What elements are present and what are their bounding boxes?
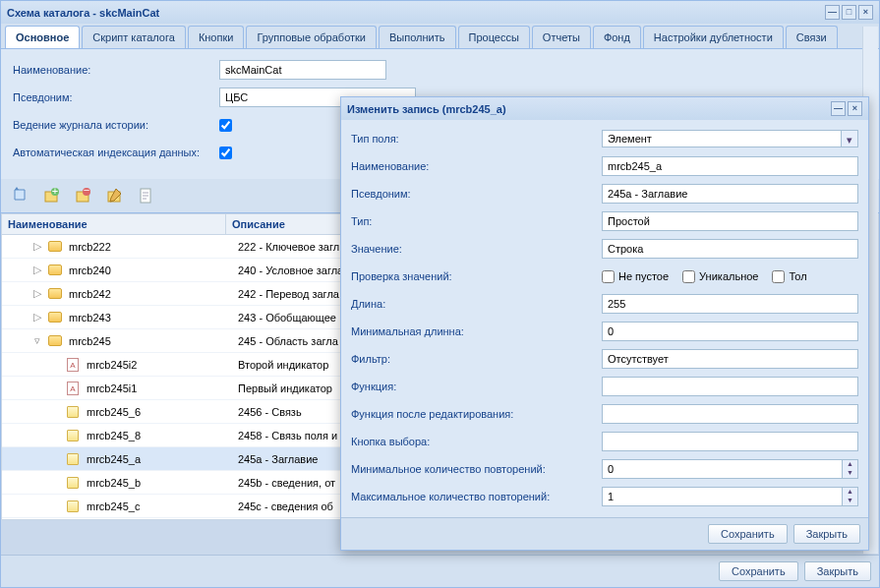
chk-tol[interactable]: Тол bbox=[772, 270, 806, 283]
tree-label: mrcb245i1 bbox=[85, 382, 137, 394]
expand-arrow-icon[interactable]: ▷ bbox=[31, 287, 43, 300]
expand-arrow-icon[interactable]: ▷ bbox=[31, 240, 43, 253]
folder-icon bbox=[47, 263, 63, 278]
field-icon bbox=[65, 499, 81, 514]
folder-icon bbox=[47, 239, 63, 255]
tree-desc: 2458 - Связь поля и bbox=[238, 430, 337, 441]
tree-label: mrcb245_a bbox=[85, 453, 141, 465]
tab-0[interactable]: Основное bbox=[5, 26, 80, 48]
filter-label: Фильтр: bbox=[351, 353, 602, 365]
svg-text:+: + bbox=[52, 187, 58, 197]
history-checkbox[interactable] bbox=[219, 119, 232, 132]
tree-label: mrcb245_6 bbox=[85, 406, 141, 418]
main-title-bar: Схема каталога - skcMainCat — □ × bbox=[1, 1, 879, 24]
tree-desc: 222 - Ключевое загл bbox=[238, 241, 339, 253]
col-name[interactable]: Наименование bbox=[2, 214, 226, 234]
field-icon bbox=[65, 475, 81, 491]
tab-5[interactable]: Процессы bbox=[458, 26, 530, 48]
field-icon bbox=[65, 451, 81, 467]
tree-desc: 245b - сведения, от bbox=[238, 477, 335, 489]
field-icon bbox=[65, 428, 81, 443]
maxrep-label: Максимальное количество повторений: bbox=[351, 491, 602, 502]
dialog-title-bar[interactable]: Изменить запись (mrcb245_a) — × bbox=[341, 97, 868, 120]
spin-down-icon[interactable]: ▼ bbox=[843, 497, 857, 505]
name-label: Наименование: bbox=[13, 64, 219, 76]
tab-3[interactable]: Групповые обработки bbox=[246, 26, 377, 48]
tab-2[interactable]: Кнопки bbox=[188, 26, 245, 48]
dialog-close-button[interactable]: Закрыть bbox=[793, 524, 860, 544]
field-icon bbox=[65, 404, 81, 420]
tree-desc: 2456 - Связь bbox=[238, 406, 302, 418]
dialog-footer: Сохранить Закрыть bbox=[341, 517, 868, 550]
dialog-body: Тип поля: Элемент ▾ Наименование: Псевдо… bbox=[341, 120, 868, 517]
add-icon[interactable]: + bbox=[40, 185, 62, 206]
dialog-save-button[interactable]: Сохранить bbox=[708, 524, 788, 544]
tree-label: mrcb245i2 bbox=[85, 359, 137, 371]
funcafter-input[interactable] bbox=[602, 404, 858, 424]
minlength-input[interactable] bbox=[602, 322, 858, 341]
spin-up-icon[interactable]: ▲ bbox=[843, 460, 857, 469]
length-input[interactable] bbox=[602, 294, 858, 314]
expand-arrow-icon[interactable]: ▷ bbox=[31, 264, 43, 276]
autoindex-checkbox[interactable] bbox=[219, 147, 232, 159]
d-alias-input[interactable] bbox=[602, 184, 858, 204]
tree-desc: 245c - сведения об bbox=[238, 500, 333, 512]
history-label: Ведение журнала истории: bbox=[13, 119, 219, 131]
file-icon: A bbox=[65, 357, 81, 373]
main-title-text: Схема каталога - skcMainCat bbox=[7, 7, 159, 19]
document-icon[interactable] bbox=[135, 185, 156, 206]
d-name-label: Наименование: bbox=[351, 160, 602, 172]
func-label: Функция: bbox=[351, 381, 602, 392]
main-close-button[interactable]: Закрыть bbox=[804, 561, 871, 581]
remove-icon[interactable]: − bbox=[72, 185, 93, 206]
selbtn-input[interactable] bbox=[602, 432, 858, 451]
d-value-label: Значение: bbox=[351, 243, 602, 255]
d-alias-label: Псевдоним: bbox=[351, 188, 602, 200]
chk-notempty[interactable]: Не пустое bbox=[602, 270, 669, 283]
tree-desc: Первый индикатор bbox=[238, 382, 332, 394]
main-save-button[interactable]: Сохранить bbox=[719, 561, 798, 581]
func-input[interactable] bbox=[602, 377, 858, 396]
filter-input[interactable] bbox=[602, 349, 858, 369]
name-input[interactable] bbox=[219, 60, 386, 80]
main-footer: Сохранить Закрыть bbox=[1, 555, 879, 587]
spin-up-icon[interactable]: ▲ bbox=[843, 488, 857, 497]
alias-label: Псевдоним: bbox=[13, 91, 219, 103]
dialog-close-icon[interactable]: × bbox=[848, 101, 862, 116]
expand-arrow-icon[interactable]: ▿ bbox=[31, 334, 43, 347]
edit-dialog: Изменить запись (mrcb245_a) — × Тип поля… bbox=[340, 96, 869, 551]
d-name-input[interactable] bbox=[602, 156, 858, 176]
d-type-label: Тип: bbox=[351, 215, 602, 227]
minimize-icon[interactable]: — bbox=[825, 5, 840, 20]
tab-7[interactable]: Фонд bbox=[593, 26, 641, 48]
maximize-icon[interactable]: □ bbox=[842, 5, 856, 20]
fieldtype-select[interactable]: Элемент ▾ bbox=[602, 130, 858, 147]
tab-9[interactable]: Связи bbox=[786, 26, 838, 48]
dialog-minimize-icon[interactable]: — bbox=[831, 101, 846, 116]
d-type-input[interactable] bbox=[602, 211, 858, 231]
tab-6[interactable]: Отчеты bbox=[532, 26, 591, 48]
tree-desc: 242 - Перевод загла bbox=[238, 288, 339, 300]
minrep-stepper[interactable]: ▲▼ bbox=[602, 459, 858, 479]
folder-icon bbox=[47, 286, 63, 302]
svg-text:−: − bbox=[84, 187, 89, 196]
autoindex-label: Автоматическая индексация данных: bbox=[13, 147, 219, 158]
maxrep-stepper[interactable]: ▲▼ bbox=[602, 487, 858, 506]
expand-arrow-icon[interactable]: ▷ bbox=[31, 311, 43, 323]
tab-1[interactable]: Скрипт каталога bbox=[82, 26, 186, 48]
tab-4[interactable]: Выполнить bbox=[379, 26, 455, 48]
refresh-icon[interactable] bbox=[9, 185, 30, 206]
minlength-label: Минимальная длинна: bbox=[351, 325, 602, 337]
tree-desc: 245 - Область загла bbox=[238, 335, 338, 347]
tree-desc: 245a - Заглавие bbox=[238, 453, 318, 465]
d-value-input[interactable] bbox=[602, 239, 858, 259]
close-icon[interactable]: × bbox=[858, 5, 873, 20]
tree-label: mrcb243 bbox=[67, 312, 111, 323]
spin-down-icon[interactable]: ▼ bbox=[843, 469, 857, 478]
tab-8[interactable]: Настройки дублетности bbox=[643, 26, 784, 48]
tree-desc: 240 - Условное загла bbox=[238, 265, 343, 276]
length-label: Длина: bbox=[351, 298, 602, 310]
tree-label: mrcb242 bbox=[67, 288, 111, 300]
chk-unique[interactable]: Уникальное bbox=[682, 270, 758, 283]
edit-icon[interactable] bbox=[103, 185, 125, 206]
